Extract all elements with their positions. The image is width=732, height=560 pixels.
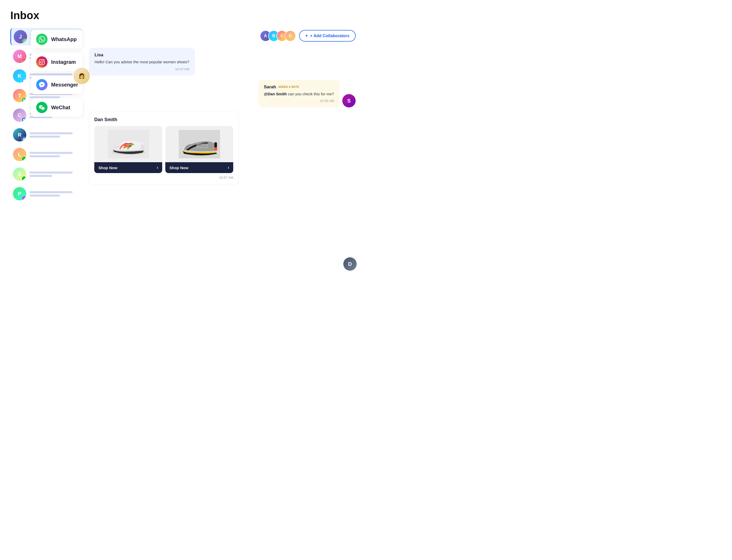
shop-now-label-1: Shop Now xyxy=(98,166,117,170)
sidebar-item-6[interactable]: R xyxy=(10,126,83,144)
avatar-3: K xyxy=(13,69,26,83)
instagram-label: Instagram xyxy=(51,59,76,65)
sarah-note-wrapper: Sarah ADDED A NOTE @Dan Smith can you ch… xyxy=(89,80,356,108)
avatar-4: T xyxy=(13,89,26,102)
chat-area: A B C D + + Add Collaborators xyxy=(89,28,356,269)
shop-now-arrow-1: › xyxy=(157,165,158,170)
messenger-label: Messenger xyxy=(51,82,78,88)
wechat-platform-item[interactable]: WeChat xyxy=(31,98,83,117)
avatar-6: R xyxy=(13,128,26,142)
product-card-time: 10:57 AM xyxy=(94,176,233,180)
lisa-message-time: 10:47 AM xyxy=(95,67,189,71)
sidebar-text-6 xyxy=(29,132,80,138)
sidebar-text-7 xyxy=(29,152,80,157)
collaborator-avatars: A B C D xyxy=(260,30,296,42)
instagram-badge xyxy=(22,58,26,63)
sidebar-item-9[interactable]: P V xyxy=(10,185,83,203)
instagram-platform-item[interactable]: Instagram xyxy=(31,53,83,71)
instagram-icon xyxy=(36,56,48,68)
wechat-badge xyxy=(22,98,26,102)
text-line xyxy=(29,175,52,177)
lisa-message-bubble: Lisa Hello! Can you advise the most popu… xyxy=(89,48,195,76)
whatsapp-icon xyxy=(36,34,48,45)
product-item-1: Shop Now › xyxy=(94,126,162,173)
facebook-badge xyxy=(22,117,26,122)
avatar-7: L L xyxy=(13,148,26,161)
wechat-label: WeChat xyxy=(51,105,70,111)
avatar-1: J xyxy=(14,30,27,43)
avatar-2: M xyxy=(13,50,26,63)
text-line xyxy=(29,195,60,197)
sarah-note-bubble: Sarah ADDED A NOTE @Dan Smith can you ch… xyxy=(258,80,340,108)
whatsapp-platform-item[interactable]: WhatsApp xyxy=(31,30,83,49)
dan-smith-title: Dan Smith xyxy=(94,117,233,122)
sarah-note-time: 10:50 AM xyxy=(264,99,334,103)
line-badge: L xyxy=(22,157,26,161)
text-line xyxy=(29,152,73,154)
dan-smith-product-card: Dan Smith xyxy=(89,112,239,185)
sidebar-text-8 xyxy=(29,172,80,177)
bottom-right-avatar: D xyxy=(343,257,357,271)
avatar-8: S L xyxy=(13,167,26,181)
viber-badge: V xyxy=(22,196,26,200)
product-image-1 xyxy=(94,126,162,162)
avatar-9: P V xyxy=(13,187,26,200)
lisa-message-text: Hello! Can you advise the most popular w… xyxy=(95,59,189,65)
whatsapp-badge xyxy=(22,39,27,43)
add-collaborators-button[interactable]: + + Add Collaborators xyxy=(299,30,356,42)
chat-messages: Lisa Hello! Can you advise the most popu… xyxy=(89,48,356,269)
page-title: Inbox xyxy=(10,9,356,22)
shop-now-button-2[interactable]: Shop Now › xyxy=(165,162,233,173)
text-line xyxy=(29,155,60,157)
whatsapp-label: WhatsApp xyxy=(51,36,77,42)
shop-now-button-1[interactable]: Shop Now › xyxy=(94,162,162,173)
product-item-2: Shop Now › xyxy=(165,126,233,173)
svg-rect-11 xyxy=(214,142,217,147)
text-line xyxy=(29,172,73,174)
sidebar-text-9 xyxy=(29,191,80,197)
shop-now-label-2: Shop Now xyxy=(169,166,188,170)
sarah-note-header: Sarah ADDED A NOTE xyxy=(264,84,334,90)
plus-icon: + xyxy=(305,33,308,38)
avatar-5: C xyxy=(13,108,26,122)
sidebar-item-7[interactable]: L L xyxy=(10,146,83,163)
sidebar: J M xyxy=(10,28,83,269)
text-line xyxy=(29,136,60,138)
sidebar-item-8[interactable]: S L xyxy=(10,165,83,183)
sarah-note-rest: can you check this for me? xyxy=(287,92,334,96)
text-line xyxy=(29,132,73,134)
add-collaborators-label: + Add Collaborators xyxy=(310,34,349,38)
collab-avatar-4: D xyxy=(285,30,296,42)
text-line xyxy=(29,191,73,193)
product-image-2 xyxy=(165,126,233,162)
line-badge-2: L xyxy=(22,176,26,181)
sarah-note-text: @Dan Smith can you check this for me? xyxy=(264,91,334,97)
lisa-sender: Lisa xyxy=(95,52,189,58)
messenger-badge xyxy=(22,78,26,83)
product-grid: Shop Now › xyxy=(94,126,233,173)
sarah-avatar: S xyxy=(342,94,356,107)
telegram-badge xyxy=(22,137,26,142)
added-note-badge: ADDED A NOTE xyxy=(278,85,299,88)
messenger-icon xyxy=(36,79,48,90)
collaborators-bar: A B C D + + Add Collaborators xyxy=(89,28,356,44)
mention-dan-smith: @Dan Smith xyxy=(264,92,287,96)
messenger-overlay-avatar: 👩 xyxy=(73,67,90,85)
shop-now-arrow-2: › xyxy=(228,165,229,170)
wechat-icon xyxy=(36,102,48,113)
sarah-sender: Sarah xyxy=(264,84,276,90)
